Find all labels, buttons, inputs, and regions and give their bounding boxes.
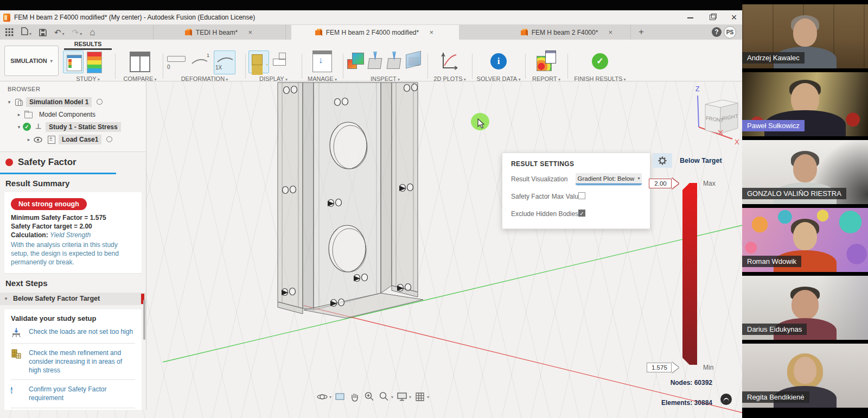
step-confirm-requirement[interactable]: Confirm your Safety Factor requirement [11,380,135,408]
next-steps-card: Validate your study setup Check the load… [4,309,142,410]
activate-radio[interactable] [97,99,103,105]
manage-icon[interactable] [312,50,332,72]
video-tile[interactable]: Paweł Sułkowicz [742,72,868,136]
deformation-actual-icon[interactable]: 1 [190,50,210,72]
orbit-caret-icon: ▾ [329,395,331,400]
inspect-results-icon[interactable] [347,53,364,70]
grid-settings-button[interactable]: ▾ [414,391,429,403]
video-tile[interactable]: Darius Eidukynas [742,276,868,340]
tab-close-icon[interactable] [246,28,254,36]
collapse-caret-icon[interactable]: ▾ [15,124,23,130]
mesh-icon [11,349,24,359]
activate-radio[interactable] [106,136,112,142]
expand-caret-icon[interactable]: ▸ [15,112,23,117]
tab-close-icon[interactable] [607,28,614,36]
grid-caret-icon: ▾ [427,395,429,400]
deformation-scaled-icon[interactable]: 1X [214,50,235,74]
maximize-button[interactable] [709,14,716,21]
app-grid-menu-icon[interactable] [5,28,14,36]
tab-tedi-h-beam[interactable]: TEDI H beam* [153,25,286,40]
view-cube[interactable]: Z X FRONT RIGHT [688,83,748,150]
exclude-hidden-checkbox[interactable] [578,210,585,217]
video-tile[interactable]: Andrzej Kawalec [742,4,868,68]
below-target-section-row[interactable]: ▾ Below Safety Factor Target [0,293,146,305]
display-mesh-icon[interactable] [248,50,269,73]
deformation-undeformed-icon[interactable]: 0 [166,50,187,72]
tree-label: Model Components [36,110,99,119]
legend-max-pointer[interactable]: 2.00 [649,178,679,189]
summary-card: Not strong enough Minimum Safety Factor … [4,192,142,273]
solved-check-icon [23,123,31,131]
workspace-selector[interactable]: SIMULATION [4,46,59,76]
legend-color-bar[interactable] [682,183,697,365]
group-manage: MANAGE [305,50,340,81]
document-cube-icon [185,29,192,36]
look-at-button[interactable] [334,391,346,403]
tree-item-load-case1[interactable]: ▸ Load Case1 [0,133,146,145]
legend-settings-button[interactable] [653,153,672,168]
video-tile[interactable]: Regita Bendikienė [742,344,868,408]
tab-close-icon[interactable] [427,28,435,36]
title-bar: FEM H beam 2 F4000 modified* (My center)… [0,10,742,25]
ribbon-tab-results[interactable]: RESULTS [64,41,112,47]
legend-title: Below Target [680,157,722,164]
compare-icon[interactable] [130,52,150,72]
tab-label: FEM H beam 2 F4000* [532,29,598,36]
tree-item-model-components[interactable]: ▸ Model Components [0,108,146,121]
report-icon[interactable] [537,50,556,71]
status-badge: Not strong enough [11,198,87,210]
tab-fem-h-beam-modified[interactable]: FEM H beam 2 F4000 modified* [291,25,459,40]
visibility-eye-icon[interactable] [34,135,43,144]
slice-plane-icon[interactable] [405,50,423,70]
legend-gradient-icon[interactable] [87,52,102,73]
legend-max-label: Max [703,180,716,187]
collapse-caret-icon[interactable]: ▾ [5,99,13,105]
tab-fem-h-beam[interactable]: FEM H beam 2 F4000* [505,25,631,40]
display-blocks-icon[interactable] [272,53,291,71]
fusion-app-icon [3,14,10,22]
tree-label: Load Case1 [59,135,101,144]
legend-max-value[interactable]: 2.00 [649,179,672,188]
user-avatar[interactable]: PS [724,26,736,39]
home-icon[interactable]: ⌂ [90,27,95,38]
redo-button[interactable]: ↷▾ [72,28,82,37]
step-check-mesh[interactable]: Check the mesh refinement and consider i… [11,344,135,381]
step-nonlinear-study[interactable]: If the Displacement result shows high di… [11,408,135,410]
2d-plot-icon[interactable] [440,50,459,72]
top-black-strip [0,0,742,10]
display-settings-button[interactable]: ▾ [396,391,411,403]
new-tab-button[interactable]: + [636,27,647,37]
video-tile[interactable]: GONZALO VALIÑO RIESTRA [742,140,868,204]
safety-factor-max-checkbox[interactable] [578,192,585,199]
next-steps-header: Next Steps [0,273,146,288]
video-tile[interactable]: Roman Wdowik [742,208,868,272]
probe-icon[interactable] [386,50,402,70]
close-button[interactable] [730,14,738,21]
file-menu-button[interactable]: ▾ [21,27,31,37]
document-tab-bar: ▾ ↶▾ ↷▾ ⌂ TEDI H beam* FEM H beam 2 F400… [0,25,742,40]
fit-button[interactable]: ▾ [378,391,393,403]
solver-data-icon[interactable] [490,53,507,69]
orbit-button[interactable]: ▾ [316,391,331,403]
pan-button[interactable] [349,391,361,403]
legend-min-value[interactable]: 1.575 [647,363,672,372]
panel-scrollbar[interactable] [143,300,145,340]
result-visualization-dropdown[interactable]: Gradient Plot: Below [576,173,642,185]
undo-button[interactable]: ↶▾ [54,28,65,37]
participant-name: Paweł Sułkowicz [742,120,805,131]
zoom-button[interactable] [363,391,375,403]
tree-item-study1[interactable]: ▾ Study 1 - Static Stress [0,121,146,133]
probe-xyz-icon[interactable] [367,50,383,70]
h-beam-model[interactable] [255,81,537,337]
help-icon[interactable] [712,27,722,37]
minimize-button[interactable] [687,14,694,21]
expand-caret-icon[interactable]: ▸ [25,137,33,142]
finish-results-icon[interactable] [592,53,608,69]
result-settings-dialog: RESULT SETTINGS Result Visualization Gra… [502,153,650,229]
tree-item-simulation-model[interactable]: ▾ Simulation Model 1 [0,96,146,108]
step-check-loads[interactable]: Check the loads are not set too high [11,322,135,344]
legend-min-pointer[interactable]: 1.575 [647,362,679,373]
study-details-icon[interactable] [63,50,84,73]
study-icon [34,123,43,131]
save-icon[interactable] [39,29,47,36]
